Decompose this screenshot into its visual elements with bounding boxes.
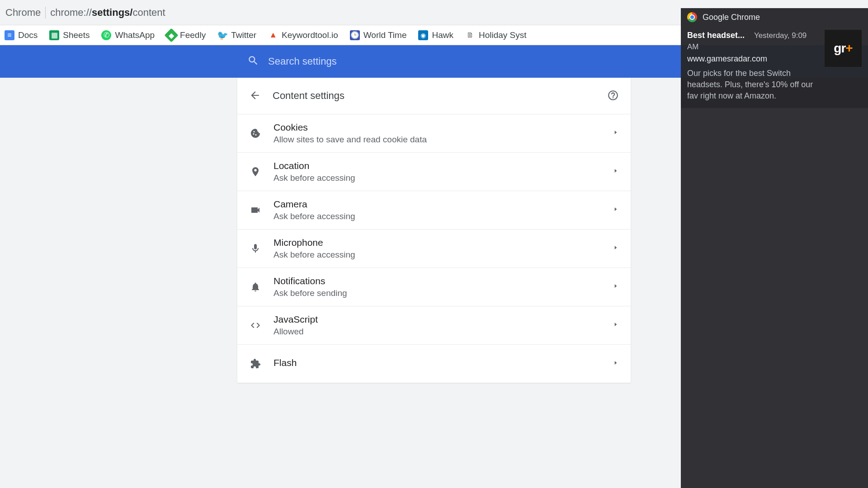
help-button[interactable] bbox=[605, 88, 621, 104]
bookmark-label: Sheets bbox=[63, 30, 90, 40]
chevron-right-icon bbox=[613, 321, 619, 329]
notification-app: Google Chrome bbox=[703, 13, 760, 22]
bookmark-keywordtool[interactable]: ▲ Keywordtool.io bbox=[268, 30, 338, 40]
search-input[interactable] bbox=[268, 56, 621, 67]
chevron-right-icon bbox=[613, 129, 619, 137]
notification-description: Our picks for the best Switch headsets. … bbox=[687, 68, 819, 102]
twitter-icon: 🐦 bbox=[217, 30, 227, 40]
url-bold: settings/ bbox=[92, 7, 132, 18]
settings-search-box[interactable] bbox=[237, 45, 631, 78]
bookmark-label: Twitter bbox=[231, 30, 256, 40]
url-rest: content bbox=[132, 7, 165, 18]
thumb-text-b: + bbox=[845, 41, 852, 56]
notification-body: Best headset... Yesterday, 9:09 AM www.g… bbox=[681, 26, 868, 108]
bookmark-twitter[interactable]: 🐦 Twitter bbox=[217, 30, 256, 40]
thumb-text-a: gr bbox=[834, 41, 845, 56]
omnibox[interactable]: chrome://settings/content bbox=[50, 7, 165, 19]
row-subtitle: Ask before accessing bbox=[274, 250, 601, 260]
notification-toast[interactable]: Google Chrome Best headset... Yesterday,… bbox=[681, 8, 868, 108]
content-settings-panel: Content settings Cookies Allow sites to … bbox=[237, 78, 631, 383]
bookmark-sheets[interactable]: ▦ Sheets bbox=[49, 30, 90, 40]
row-text: JavaScript Allowed bbox=[274, 314, 601, 337]
panel-title: Content settings bbox=[273, 90, 344, 102]
bookmark-label: World Time bbox=[363, 30, 407, 40]
bookmark-docs[interactable]: ≡ Docs bbox=[5, 30, 38, 40]
setting-row-notifications[interactable]: Notifications Ask before sending bbox=[237, 267, 631, 306]
row-text: Location Ask before accessing bbox=[274, 160, 601, 183]
bookmark-label: Docs bbox=[18, 30, 38, 40]
row-title: Flash bbox=[274, 357, 601, 368]
row-text: Camera Ask before accessing bbox=[274, 199, 601, 221]
bookmark-whatsapp[interactable]: ✆ WhatsApp bbox=[101, 30, 155, 40]
row-subtitle: Ask before sending bbox=[274, 288, 601, 298]
row-text: Cookies Allow sites to save and read coo… bbox=[274, 122, 601, 145]
chevron-right-icon bbox=[613, 206, 619, 214]
bookmark-holiday-system[interactable]: 🗎 Holiday Syst bbox=[465, 30, 527, 40]
bell-icon bbox=[249, 282, 262, 292]
row-title: JavaScript bbox=[274, 314, 601, 325]
camera-icon bbox=[249, 205, 262, 216]
clock-icon: 🕒 bbox=[350, 30, 360, 40]
row-subtitle: Allow sites to save and read cookie data bbox=[274, 135, 601, 145]
notification-thumbnail: gr+ bbox=[825, 30, 862, 67]
row-subtitle: Allowed bbox=[274, 327, 601, 337]
code-icon bbox=[249, 320, 262, 331]
setting-row-location[interactable]: Location Ask before accessing bbox=[237, 152, 631, 191]
bookmark-label: Hawk bbox=[432, 30, 453, 40]
chevron-right-icon bbox=[613, 360, 619, 368]
bookmark-label: Keywordtool.io bbox=[282, 30, 338, 40]
setting-row-microphone[interactable]: Microphone Ask before accessing bbox=[237, 229, 631, 267]
chevron-right-icon bbox=[613, 283, 619, 291]
app-label: Chrome bbox=[5, 7, 41, 19]
docs-icon: ≡ bbox=[5, 30, 14, 40]
settings-body: Content settings Cookies Allow sites to … bbox=[0, 78, 868, 383]
row-title: Microphone bbox=[274, 237, 601, 248]
bookmark-hawk[interactable]: ◉ Hawk bbox=[418, 30, 453, 40]
bookmark-label: WhatsApp bbox=[115, 30, 155, 40]
chrome-logo-icon bbox=[687, 12, 697, 22]
setting-row-cookies[interactable]: Cookies Allow sites to save and read coo… bbox=[237, 114, 631, 152]
setting-row-flash[interactable]: Flash bbox=[237, 344, 631, 383]
back-button[interactable] bbox=[247, 88, 263, 104]
setting-row-camera[interactable]: Camera Ask before accessing bbox=[237, 191, 631, 229]
hawk-icon: ◉ bbox=[418, 30, 428, 40]
keywordtool-icon: ▲ bbox=[268, 30, 278, 40]
sheets-icon: ▦ bbox=[49, 30, 59, 40]
notification-header: Google Chrome bbox=[681, 8, 868, 26]
bookmark-worldtime[interactable]: 🕒 World Time bbox=[350, 30, 407, 40]
puzzle-icon bbox=[249, 358, 262, 369]
bookmark-label: Holiday Syst bbox=[479, 30, 527, 40]
row-text: Flash bbox=[274, 357, 601, 370]
setting-row-javascript[interactable]: JavaScript Allowed bbox=[237, 306, 631, 344]
panel-header: Content settings bbox=[237, 78, 631, 114]
notification-title: Best headset... bbox=[687, 31, 745, 40]
url-prefix: chrome:// bbox=[50, 7, 92, 18]
bookmark-label: Feedly bbox=[180, 30, 206, 40]
row-title: Notifications bbox=[274, 276, 601, 286]
whatsapp-icon: ✆ bbox=[101, 30, 111, 40]
microphone-icon bbox=[249, 243, 262, 254]
chevron-right-icon bbox=[613, 244, 619, 253]
search-icon bbox=[247, 55, 259, 68]
arrow-left-icon bbox=[249, 89, 261, 101]
row-title: Cookies bbox=[274, 122, 601, 133]
row-title: Camera bbox=[274, 199, 601, 210]
page-icon: 🗎 bbox=[465, 30, 475, 40]
cookie-icon bbox=[249, 128, 262, 139]
notification-text: Best headset... Yesterday, 9:09 AM www.g… bbox=[687, 30, 819, 102]
chevron-right-icon bbox=[613, 168, 619, 176]
separator bbox=[45, 7, 46, 19]
feedly-icon: ◆ bbox=[165, 28, 179, 42]
row-text: Notifications Ask before sending bbox=[274, 276, 601, 298]
bookmark-feedly[interactable]: ◆ Feedly bbox=[166, 30, 206, 40]
row-title: Location bbox=[274, 160, 601, 171]
location-icon bbox=[249, 166, 262, 177]
row-subtitle: Ask before accessing bbox=[274, 211, 601, 221]
help-icon bbox=[607, 89, 619, 101]
row-text: Microphone Ask before accessing bbox=[274, 237, 601, 260]
notification-site: www.gamesradar.com bbox=[687, 53, 819, 65]
row-subtitle: Ask before accessing bbox=[274, 173, 601, 183]
